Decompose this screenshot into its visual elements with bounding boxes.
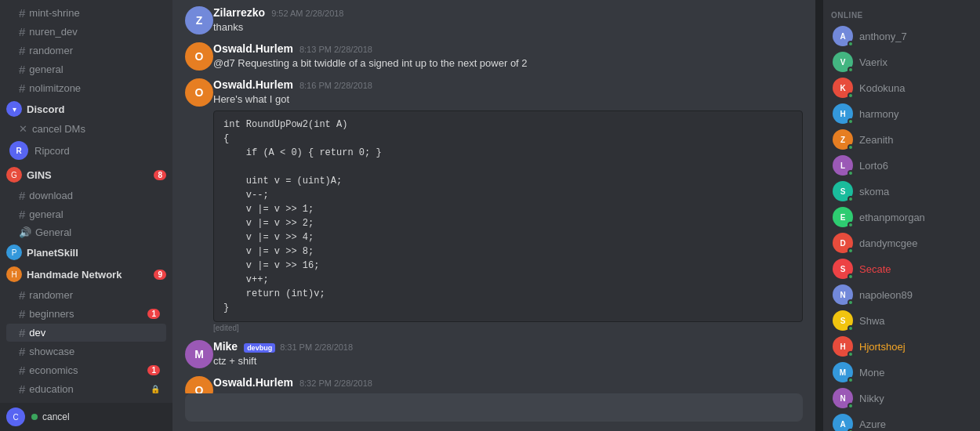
member-item[interactable]: NNikky [826,386,977,411]
server-icon: H [6,266,22,282]
channel-hash-icon: # [19,364,25,377]
lock-icon: 🔒 [151,385,160,393]
message-avatar: O [185,78,213,107]
member-name: Vaerix [859,56,887,68]
message-header: Mikedevbug8:31 PM 2/28/2018 [213,340,803,353]
member-item[interactable]: AAzure [826,411,977,431]
member-name: Zeanith [859,134,893,146]
channel-item[interactable]: #education🔒 [6,380,166,398]
right-sidebar: ONLINE Aanthony_7VVaerixKKodokunaHharmon… [823,0,980,431]
channel-item[interactable]: #beginners1 [6,305,166,323]
member-avatar: A [833,414,853,431]
member-item[interactable]: HHjortshoej [826,334,977,359]
server-icon: P [6,244,22,260]
ripcord-dm[interactable]: R Ripcord [3,138,169,163]
member-item[interactable]: Nnapoleon89 [826,282,977,307]
status-dot [848,170,854,176]
member-item[interactable]: LLorto6 [826,153,977,178]
member-item[interactable]: ZZeanith [826,127,977,152]
channel-hash-icon: # [19,288,25,302]
member-item[interactable]: SShwa [826,308,977,333]
server-header[interactable]: GGINS8 [0,164,172,186]
channel-name: economics [29,364,78,376]
member-avatar: A [833,26,853,46]
channel-item[interactable]: #economics1 [6,361,166,379]
message-author: Oswald.Hurlem [213,78,293,91]
member-item[interactable]: SSecate [826,256,977,281]
member-name: napoleon89 [859,289,913,301]
channel-item[interactable]: #nolimitzone [6,79,166,97]
message-group: ZZilarrezko9:52 AM 2/28/2018thanks [185,6,803,34]
server-header[interactable]: PPlanetSkill [0,241,172,263]
right-scrollbar[interactable] [815,0,823,431]
message-header: Oswald.Hurlem8:16 PM 2/28/2018 [213,78,803,91]
member-avatar: E [833,207,853,227]
channel-item[interactable]: #nuren_dev [6,23,166,41]
channel-badge: 1 [147,309,160,319]
channel-item[interactable]: #edu-beta-testing🔒 [6,399,166,403]
cancel-dms-item[interactable]: ✕ cancel DMs [6,121,166,137]
chat-input-area [172,393,815,431]
channel-name: randomer [29,289,73,301]
member-item[interactable]: VVaerix [826,49,977,74]
status-dot [848,325,854,331]
members-online-header: ONLINE [823,5,980,23]
channel-hash-icon: # [19,345,25,358]
member-name: Kodokuna [859,82,906,94]
channel-name: beginners [29,308,74,320]
status-dot [848,377,854,383]
channel-name: nuren_dev [29,26,77,38]
message-author: Zilarrezko [213,6,265,19]
member-avatar: Z [833,129,853,150]
server-name: PlanetSkill [27,247,166,259]
member-item[interactable]: Aanthony_7 [826,24,977,49]
member-avatar: H [833,103,853,124]
channel-hash-icon: # [19,81,25,95]
channel-item[interactable]: #randomer [6,286,166,304]
message-tag: devbug [244,343,275,353]
chat-input[interactable] [185,393,803,422]
member-avatar: D [833,233,853,253]
status-dot [848,222,854,228]
status-dot [848,196,854,202]
channel-item[interactable]: 🔊General [6,224,166,241]
channel-list: #mint-shrine#nuren_dev#randomer#general#… [0,0,172,403]
channel-hash-icon: # [19,401,25,403]
channel-name: edu-beta-testing [29,402,103,403]
member-name: Azure [859,418,886,430]
member-item[interactable]: Eethanpmorgan [826,205,977,230]
left-sidebar: #mint-shrine#nuren_dev#randomer#general#… [0,0,172,431]
member-item[interactable]: KKodokuna [826,75,977,100]
status-dot [848,144,854,150]
message-timestamp: 8:31 PM 2/28/2018 [280,342,353,352]
message-text: thanks [213,20,803,34]
channel-item[interactable]: #general [6,205,166,223]
status-dot [31,414,38,420]
member-item[interactable]: Hharmony [826,101,977,126]
channel-item[interactable]: #randomer [6,42,166,60]
member-item[interactable]: MMone [826,360,977,385]
message-content: Oswald.Hurlem8:32 PM 2/28/2018Want to av… [213,376,803,393]
member-item[interactable]: Ddandymcgee [826,230,977,255]
member-item[interactable]: Sskoma [826,179,977,204]
channel-hash-icon: # [19,189,25,202]
message-timestamp: 8:32 PM 2/28/2018 [299,378,372,388]
channel-item[interactable]: #dev [6,324,166,342]
status-dot [848,118,854,125]
message-timestamp: 8:13 PM 2/28/2018 [299,45,372,54]
member-avatar: K [833,78,853,98]
discord-section-header[interactable]: ▾ Discord [0,98,172,120]
code-block: int RoundUpPow2(int A) { if (A < 0) { re… [213,110,803,322]
channel-name: showcase [29,346,74,357]
channel-item[interactable]: #mint-shrine [6,4,166,22]
channel-item[interactable]: #showcase [6,342,166,360]
channel-name: General [35,226,71,238]
channel-item[interactable]: #download [6,187,166,205]
voice-icon: 🔊 [19,226,31,238]
channel-hash-icon: # [19,6,25,20]
server-header[interactable]: HHandmade Network9 [0,263,172,285]
message-content: Mikedevbug8:31 PM 2/28/2018ctz + shift [213,340,803,368]
status-dot [848,67,854,73]
channel-item[interactable]: #general [6,60,166,78]
channel-hash-icon: # [19,326,25,339]
